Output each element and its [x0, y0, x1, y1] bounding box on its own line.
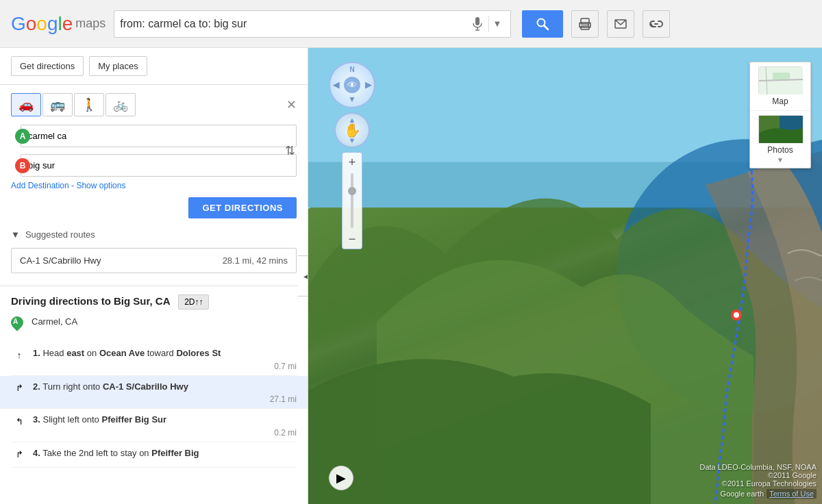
step-4: ↱ 4. Take the 2nd left to stay on Pfeiff… [11, 442, 297, 468]
route-name: CA-1 S/Cabrillo Hwy [20, 255, 101, 266]
add-destination-link[interactable]: Add Destination [11, 181, 69, 190]
route-option-item[interactable]: CA-1 S/Cabrillo Hwy 28.1 mi, 42 mins [11, 248, 297, 273]
header: Google maps ▼ [0, 0, 822, 48]
map-area[interactable]: N ▼ ▶ ◀ 👁 ▲ ✋ ▼ + − [308, 48, 822, 504]
add-destination-row: Add Destination - Show options [11, 181, 297, 190]
to-field-group: B [21, 154, 297, 177]
sidebar-collapse-button[interactable]: ◀ [298, 255, 308, 297]
zoom-out-button[interactable]: − [342, 229, 362, 249]
attribution-line3: ©2011 Europa Technologies [699, 479, 817, 488]
close-directions-button[interactable]: ✕ [286, 97, 297, 112]
mode-car-button[interactable]: 🚗 [11, 93, 41, 116]
map-background [308, 48, 822, 504]
zoom-control: + − [342, 152, 362, 249]
mode-walk-button[interactable]: 🚶 [74, 93, 104, 116]
swap-directions-button[interactable]: ⇅ [285, 125, 295, 177]
svg-rect-18 [773, 73, 790, 79]
zoom-in-button[interactable]: + [342, 153, 362, 172]
google-earth-logo: Google earth Terms of Use [699, 489, 817, 499]
mode-transit-button[interactable]: 🚌 [42, 93, 73, 116]
svg-point-14 [734, 312, 739, 318]
start-location-label: Carmel, CA [32, 316, 77, 327]
search-button[interactable] [522, 10, 563, 38]
email-button[interactable] [607, 10, 634, 38]
map-type-photos-label: Photos [767, 145, 793, 155]
step-2: ↱ 2. Turn right onto CA-1 S/Cabrillo Hwy… [0, 376, 308, 410]
route-options-list: CA-1 S/Cabrillo Hwy 28.1 mi, 42 mins [11, 248, 297, 273]
step-2-distance: 27.1 mi [33, 394, 297, 404]
photos-chevron: ▼ [777, 156, 784, 164]
step-1-icon: ↑ [11, 346, 27, 363]
driving-directions-section: Driving directions to Big Sur, CA 2D↑↑ A… [0, 286, 308, 476]
map-svg [308, 48, 822, 504]
search-input[interactable] [120, 18, 469, 30]
zoom-track [351, 173, 353, 228]
svg-rect-5 [581, 18, 589, 24]
waypoint-b-marker: B [15, 158, 30, 173]
sidebar-top: Get directions My places [0, 48, 308, 85]
to-input[interactable] [21, 154, 297, 177]
route-distance: 28.1 mi, 42 mins [223, 255, 288, 266]
step-3-distance: 0.2 mi [33, 428, 297, 438]
directions-panel: 🚗 🚌 🚶 🚲 ✕ A B ⇅ Add Destination [0, 85, 308, 286]
sidebar: Get directions My places 🚗 🚌 🚶 🚲 ✕ A B [0, 48, 308, 504]
suggested-routes-toggle[interactable]: ▼ Suggested routes [11, 225, 297, 244]
step-4-icon: ↱ [11, 446, 27, 463]
step-3-icon: ↰ [11, 413, 27, 429]
attribution-line1: Data LDEO-Columbia, NSF, NOAA [699, 463, 817, 471]
directions-steps-list: ↑ 1. Head east on Ocean Ave toward Dolor… [11, 342, 297, 468]
suggested-routes-label: Suggested routes [25, 229, 95, 240]
get-directions-button[interactable]: Get directions [11, 56, 84, 76]
svg-point-8 [588, 24, 589, 25]
suggested-routes-chevron: ▼ [11, 229, 20, 240]
start-point: A Carmel, CA [11, 316, 297, 336]
map-type-map[interactable]: Map [750, 62, 810, 111]
street-view-icon: ▶ [336, 470, 346, 486]
dropdown-arrow-icon[interactable]: ▼ [488, 16, 505, 32]
map-type-photos[interactable]: Photos ▼ [750, 111, 810, 168]
map-type-map-label: Map [772, 97, 788, 106]
pan-center-icon[interactable]: 👁 [344, 77, 360, 93]
map-type-map-thumb [758, 66, 802, 94]
print-button[interactable] [571, 10, 599, 38]
google-earth-label: Google earth [721, 490, 764, 498]
waypoint-a-marker: A [15, 129, 30, 144]
svg-line-4 [545, 25, 549, 29]
attribution-line2: ©2011 Google [699, 471, 817, 479]
search-bar: ▼ [114, 10, 511, 38]
street-view-button[interactable]: ▶ [329, 466, 353, 490]
from-input[interactable] [21, 125, 297, 147]
step-1-distance: 0.7 mi [33, 362, 297, 371]
zoom-thumb[interactable] [348, 187, 356, 195]
show-options-link[interactable]: Show options [76, 181, 125, 190]
link-button[interactable] [643, 10, 670, 38]
logo-maps: maps [75, 16, 105, 31]
view-2d-button[interactable]: 2D↑↑ [178, 294, 209, 310]
main-layout: Get directions My places 🚗 🚌 🚶 🚲 ✕ A B [0, 48, 822, 504]
step-3: ↰ 3. Slight left onto Pfeiffer Big Sur 0… [11, 409, 297, 442]
tilt-control[interactable]: ▲ ✋ ▼ [334, 112, 370, 148]
from-field-group: A [21, 125, 297, 147]
my-places-button[interactable]: My places [89, 56, 147, 76]
travel-mode-selector: 🚗 🚌 🚶 🚲 ✕ [11, 93, 297, 116]
svg-rect-0 [475, 17, 480, 25]
mic-icon[interactable] [469, 16, 486, 32]
step-1: ↑ 1. Head east on Ocean Ave toward Dolor… [11, 342, 297, 376]
map-attribution: Data LDEO-Columbia, NSF, NOAA ©2011 Goog… [699, 463, 817, 499]
step-2-icon: ↱ [11, 380, 27, 396]
driving-directions-title: Driving directions to Big Sur, CA 2D↑↑ [11, 294, 297, 310]
map-navigation-controls: N ▼ ▶ ◀ 👁 ▲ ✋ ▼ + − [329, 62, 375, 249]
logo-text: Google [11, 13, 73, 35]
terms-of-use-link[interactable]: Terms of Use [767, 489, 817, 499]
mode-bike-button[interactable]: 🚲 [105, 93, 136, 116]
get-directions-submit-button[interactable]: GET DIRECTIONS [188, 197, 297, 218]
logo: Google maps [11, 13, 105, 35]
map-type-panel: Map Photos ▼ [749, 62, 811, 168]
map-type-photos-thumb [758, 115, 802, 142]
pan-control[interactable]: N ▼ ▶ ◀ 👁 [329, 62, 375, 108]
